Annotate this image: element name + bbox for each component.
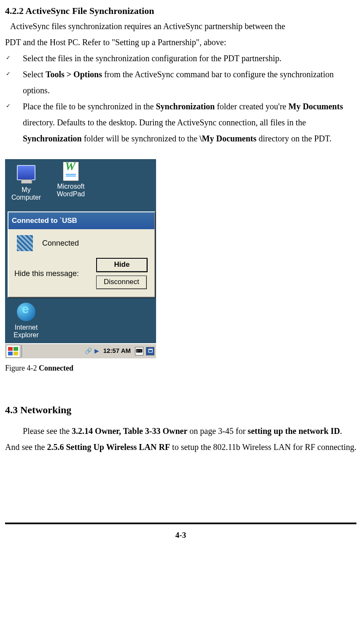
start-button[interactable] [6,345,20,358]
section-4-3-heading: 4.3 Networking [5,401,356,420]
figure-caption-bold: Connected [39,364,73,372]
page-number: 4-3 [5,528,356,543]
li3-mid3: folder will be synchronized to the [82,134,200,143]
checklist-item-1: Select the files in the synchronization … [5,50,356,66]
figure-caption: Figure 4-2 Connected [5,361,356,375]
device-screenshot: My Computer Microsoft WordPad Internet E… [5,159,156,358]
checklist-item-3: Place the file to be synchronized in the… [5,98,356,146]
footer-rule [5,523,356,524]
li3-mid2: directory. Defaults to the desktop. Duri… [23,118,306,127]
s43-b3: 2.5.6 Setting Up Wireless LAN RF [47,442,170,452]
system-tray: 🔗 ▶ 12:57 AM ⌨ 🗔 [85,345,156,357]
taskbar-separator [22,345,23,358]
s43-t4: to setup the 802.11b Wireless LAN for RF… [170,442,356,452]
ie-label-2: Explorer [13,331,39,339]
sip-tray-icon[interactable]: ⌨ [135,347,143,355]
wordpad-icon[interactable]: Microsoft WordPad [52,162,89,198]
section-4-2-2-heading: 4.2.2 ActiveSync File Synchronization [5,5,356,17]
li2-bold: Tools > Options [46,70,102,79]
li3-mid1: folder created you're [215,102,289,111]
hide-button[interactable]: Hide [96,258,148,272]
s43-b1: 3.2.14 Owner, Table 3-33 Owner [72,426,187,436]
internet-explorer-icon[interactable]: Internet Explorer [8,303,45,339]
ie-label-1: Internet [15,324,38,331]
li3-b2: My Documents [289,102,343,111]
wordpad-label-1: Microsoft [57,183,85,190]
figure-4-2: My Computer Microsoft WordPad Internet E… [5,159,356,375]
my-computer-label-1: My [22,186,30,193]
li3-post: directory on the PDT. [256,134,332,143]
my-computer-label-2: Computer [11,194,41,201]
taskbar: 🔗 ▶ 12:57 AM ⌨ 🗔 [5,343,156,358]
intro-para-line2: PDT and the Host PC. Refer to "Setting u… [5,34,356,50]
li3-b4: \My Documents [200,134,256,143]
intro-para-line1: ActiveSync files synchronization require… [5,18,356,34]
taskbar-clock[interactable]: 12:57 AM [103,345,131,357]
popup-title: Connected to `USB [8,212,154,229]
li2-pre: Select [23,70,46,79]
hide-message-label: Hide this message: [14,266,79,281]
checklist: Select the files in the synchronization … [5,50,356,146]
desktop-tray-icon[interactable]: 🗔 [146,347,154,355]
li3-b1: Synchronization [156,102,215,111]
li3-pre: Place the file to be synchronized in the [23,102,156,111]
my-computer-icon[interactable]: My Computer [8,162,45,202]
s43-t1: Please see the [23,426,72,436]
s43-b2: setting up the network ID [248,426,340,436]
li3-b3: Synchronization [23,134,82,143]
disconnect-button[interactable]: Disconnect [96,276,147,289]
wordpad-label-2: WordPad [57,190,85,198]
s43-t2: on page 3-45 for [187,426,248,436]
connected-popup: Connected to `USB Connected Hide this me… [8,211,155,298]
connection-status: Connected [42,236,79,250]
arrow-tray-icon[interactable]: ▶ [94,345,99,357]
figure-caption-pre: Figure 4-2 [5,364,39,372]
network-tray-icon[interactable]: 🔗 [85,345,92,357]
checklist-item-2: Select Tools > Options from the ActiveSy… [5,66,356,98]
checklist-item-1-text: Select the files in the synchronization … [23,54,281,63]
section-4-3-body: Please see the 3.2.14 Owner, Table 3-33 … [5,423,356,455]
connection-icon [17,235,33,251]
